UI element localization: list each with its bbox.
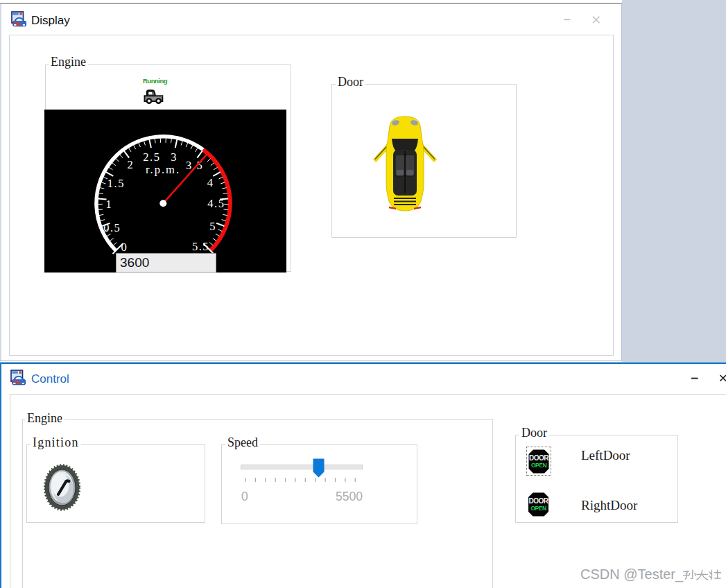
svg-text:DOOR: DOOR — [529, 454, 549, 462]
svg-text:OPEN: OPEN — [530, 505, 546, 512]
svg-text:1.5: 1.5 — [107, 177, 125, 190]
svg-text:DOOR: DOOR — [529, 497, 549, 505]
svg-text:0.5: 0.5 — [103, 221, 121, 234]
svg-text:2: 2 — [127, 158, 134, 171]
svg-text:r.p.m.: r.p.m. — [146, 163, 180, 176]
svg-text:1: 1 — [105, 198, 112, 211]
svg-text:4.5: 4.5 — [207, 197, 225, 210]
svg-text:2.5: 2.5 — [143, 150, 160, 164]
svg-text:5: 5 — [209, 220, 216, 233]
svg-text:4: 4 — [207, 176, 214, 189]
svg-text:OPEN: OPEN — [531, 462, 546, 469]
svg-text:0: 0 — [121, 241, 128, 254]
svg-text:5.5: 5.5 — [192, 240, 209, 253]
svg-text:3: 3 — [171, 150, 178, 164]
